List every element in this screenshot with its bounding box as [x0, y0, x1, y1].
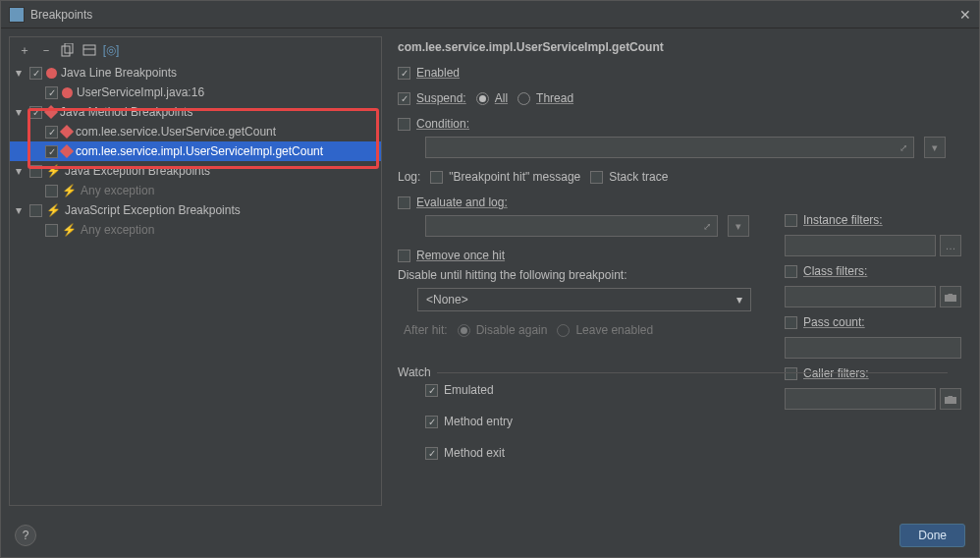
group-label: Java Line Breakpoints: [61, 66, 177, 80]
remove-checkbox[interactable]: Remove once hit: [398, 249, 505, 262]
row-suspend: Suspend: All Thread: [398, 91, 961, 105]
row-eval-label: Evaluate and log:: [398, 195, 961, 209]
target-icon[interactable]: [◎]: [104, 43, 118, 57]
close-icon[interactable]: ✕: [959, 7, 971, 23]
item-checkbox[interactable]: [45, 185, 58, 197]
suspend-checkbox[interactable]: Suspend:: [398, 91, 466, 105]
tree-group-js-exception[interactable]: ▾ ⚡ JavaScript Exception Breakpoints: [10, 200, 381, 220]
breakpoint-diamond-icon: [60, 144, 74, 158]
breakpoint-bolt-icon: ⚡: [62, 184, 77, 197]
tree-group-java-line[interactable]: ▾ Java Line Breakpoints: [10, 63, 381, 83]
item-label: com.lee.service.UserService.getCount: [76, 125, 276, 139]
watch-legend: Watch: [398, 365, 437, 379]
instance-filters-browse[interactable]: …: [940, 235, 961, 256]
tree-item[interactable]: ⚡ Any exception: [10, 220, 381, 240]
item-label: Any exception: [81, 184, 154, 197]
item-label: com.lee.service.impl.UserServiceImpl.get…: [76, 144, 323, 158]
breakpoint-tree[interactable]: ▾ Java Line Breakpoints UserServiceImpl.…: [10, 63, 381, 505]
chevron-down-icon[interactable]: ▾: [16, 66, 26, 80]
instance-filters-input[interactable]: [785, 235, 936, 256]
class-filters-browse[interactable]: [940, 286, 961, 307]
eval-checkbox[interactable]: Evaluate and log:: [398, 195, 508, 209]
eval-history-button[interactable]: ▾: [728, 215, 749, 237]
item-checkbox[interactable]: [45, 145, 58, 158]
remove-icon[interactable]: －: [39, 43, 53, 57]
chevron-down-icon[interactable]: ▾: [16, 203, 26, 217]
tree-item[interactable]: UserServiceImpl.java:16: [10, 83, 381, 102]
breakpoint-bolt-icon: ⚡: [46, 164, 61, 178]
group-checkbox[interactable]: [29, 106, 42, 119]
log-bphit-checkbox[interactable]: "Breakpoint hit" message: [430, 170, 580, 184]
condition-history-button[interactable]: ▾: [924, 137, 946, 158]
tree-item-selected[interactable]: com.lee.service.impl.UserServiceImpl.get…: [10, 141, 381, 161]
suspend-thread-radio[interactable]: Thread: [517, 91, 573, 105]
breakpoint-diamond-icon: [44, 105, 58, 119]
watch-emulated-checkbox[interactable]: Emulated: [425, 383, 948, 397]
disable-until-dropdown[interactable]: <None> ▾: [417, 288, 751, 311]
breakpoint-circle-icon: [62, 87, 73, 98]
dialog-footer: ? Done: [1, 514, 979, 557]
pass-count-input[interactable]: [785, 337, 961, 359]
group-label: Java Method Breakpoints: [60, 105, 192, 119]
condition-checkbox[interactable]: Condition:: [398, 117, 469, 131]
row-disable-dropdown: <None> ▾: [417, 288, 751, 311]
dropdown-value: <None>: [426, 293, 468, 307]
breadcrumb: com.lee.service.impl.UserServiceImpl.get…: [398, 40, 961, 54]
svg-rect-2: [83, 45, 95, 55]
tree-group-java-exception[interactable]: ▾ ⚡ Java Exception Breakpoints: [10, 161, 381, 181]
item-label: Any exception: [81, 223, 154, 237]
item-checkbox[interactable]: [45, 126, 58, 139]
disable-again-radio: Disable again: [458, 323, 548, 337]
item-label: UserServiceImpl.java:16: [77, 85, 204, 99]
breakpoint-circle-icon: [46, 68, 57, 79]
tree-panel: ＋ － [◎] ▾ Java Line Breakpoints UserServ…: [9, 36, 382, 506]
chevron-down-icon: ▾: [736, 293, 742, 307]
group-checkbox[interactable]: [29, 67, 42, 80]
svg-rect-0: [62, 46, 70, 56]
suspend-all-radio[interactable]: All: [476, 91, 508, 105]
class-filters-input[interactable]: [785, 286, 936, 307]
add-icon[interactable]: ＋: [18, 43, 31, 57]
tree-item[interactable]: ⚡ Any exception: [10, 181, 381, 200]
pass-count-checkbox[interactable]: Pass count:: [785, 315, 865, 329]
watch-section: Watch Emulated Method entry Method exit: [398, 372, 948, 460]
tree-item[interactable]: com.lee.service.UserService.getCount: [10, 122, 381, 141]
tree-group-java-method[interactable]: ▾ Java Method Breakpoints: [10, 102, 381, 122]
copy-icon[interactable]: [61, 43, 75, 57]
leave-enabled-radio: Leave enabled: [557, 323, 653, 337]
expand-icon[interactable]: ⤢: [899, 142, 907, 153]
instance-filters-checkbox[interactable]: Instance filters:: [785, 213, 883, 227]
expand-icon[interactable]: ⤢: [703, 221, 711, 232]
disable-until-label: Disable until hitting the following brea…: [398, 268, 626, 282]
log-label: Log:: [398, 170, 420, 184]
chevron-down-icon[interactable]: ▾: [16, 105, 26, 119]
help-button[interactable]: ?: [15, 525, 36, 546]
group-checkbox[interactable]: [29, 204, 42, 217]
app-icon: [9, 7, 25, 23]
svg-rect-1: [65, 43, 73, 53]
log-stack-checkbox[interactable]: Stack trace: [590, 170, 668, 184]
after-hit-label: After hit:: [404, 323, 448, 337]
row-log: Log: "Breakpoint hit" message Stack trac…: [398, 170, 961, 184]
group-label: JavaScript Exception Breakpoints: [65, 203, 241, 217]
item-checkbox[interactable]: [45, 86, 58, 99]
enabled-checkbox[interactable]: Enabled: [398, 66, 460, 80]
row-eval-field: ⤢ ▾: [425, 215, 749, 237]
class-filters-checkbox[interactable]: Class filters:: [785, 264, 867, 278]
watch-entry-checkbox[interactable]: Method entry: [425, 415, 948, 428]
dialog-body: ＋ － [◎] ▾ Java Line Breakpoints UserServ…: [1, 28, 979, 514]
titlebar: Breakpoints ✕: [1, 1, 979, 28]
chevron-down-icon[interactable]: ▾: [16, 164, 26, 178]
row-condition-field: ⤢ ▾: [425, 137, 946, 158]
group-icon[interactable]: [82, 43, 96, 57]
item-checkbox[interactable]: [45, 224, 58, 237]
breakpoint-bolt-icon: ⚡: [46, 203, 61, 217]
tree-toolbar: ＋ － [◎]: [10, 37, 381, 63]
eval-input[interactable]: ⤢: [425, 215, 718, 237]
group-checkbox[interactable]: [29, 165, 42, 178]
breakpoint-diamond-icon: [60, 125, 74, 139]
done-button[interactable]: Done: [899, 524, 965, 547]
row-enabled: Enabled: [398, 66, 961, 80]
watch-exit-checkbox[interactable]: Method exit: [425, 446, 948, 460]
condition-input[interactable]: ⤢: [425, 137, 914, 158]
